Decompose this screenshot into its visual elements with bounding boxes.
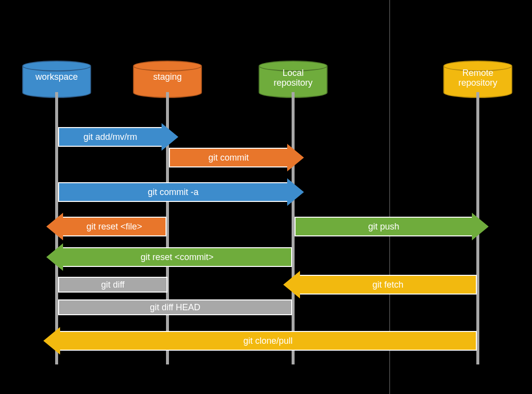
arrow-git-fetch: git fetch <box>283 275 477 295</box>
node-staging: staging <box>133 62 202 97</box>
arrow-git-push: git push <box>295 217 489 236</box>
node-staging-label: staging <box>133 72 202 82</box>
bar-git-diff-head: git diff HEAD <box>58 299 292 315</box>
node-local-label: Localrepository <box>259 68 328 88</box>
arrow-git-fetch-label: git fetch <box>300 275 477 295</box>
arrow-git-reset-commit: git reset <commit> <box>46 247 292 267</box>
arrow-git-reset-file-label: git reset <file> <box>63 217 166 236</box>
arrow-git-reset-file: git reset <file> <box>46 217 166 236</box>
arrow-git-clone-pull-label: git clone/pull <box>60 331 477 351</box>
arrow-git-add-label: git add/mv/rm <box>58 127 162 147</box>
arrow-git-reset-commit-label: git reset <commit> <box>63 247 292 267</box>
arrow-git-add: git add/mv/rm <box>58 127 178 147</box>
node-workspace-label: workspace <box>22 72 91 82</box>
arrow-git-commit-label: git commit <box>169 148 287 167</box>
arrow-git-commit: git commit <box>169 148 304 167</box>
arrow-git-clone-pull: git clone/pull <box>43 331 477 351</box>
arrow-git-commit-a-label: git commit -a <box>58 182 287 202</box>
node-local: Localrepository <box>259 62 328 97</box>
arrow-git-commit-a: git commit -a <box>58 182 304 202</box>
node-remote: Remoterepository <box>443 62 512 97</box>
node-remote-label: Remoterepository <box>443 68 512 88</box>
bar-git-diff-label: git diff <box>101 280 125 290</box>
bar-git-diff-head-label: git diff HEAD <box>150 302 200 313</box>
arrow-git-push-label: git push <box>295 217 472 236</box>
node-workspace: workspace <box>22 62 91 97</box>
bar-git-diff: git diff <box>58 277 167 293</box>
